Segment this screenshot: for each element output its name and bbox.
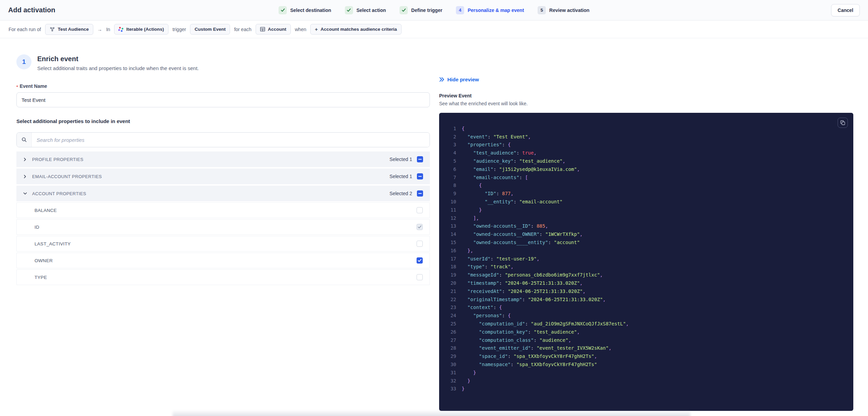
property-checkbox[interactable] [417, 274, 423, 280]
search-input[interactable] [32, 133, 430, 147]
line-number: 22 [439, 297, 456, 302]
group-header-email-account-properties[interactable]: EMAIL-ACCOUNT PROPERTIESSelected 1 [16, 169, 430, 184]
trigger-chip-test-audience[interactable]: Test Audience [45, 24, 93, 35]
code-text: "messageId": "personas_cb6zdbo6im9g7xxf7… [462, 272, 603, 278]
property-row-last-activity[interactable]: LAST_ACTIVITY [16, 236, 430, 252]
group-label: ACCOUNT PROPERTIES [32, 191, 86, 196]
code-line: 32 } [439, 377, 853, 385]
code-text: "timestamp": "2024-06-25T21:31:33.020Z", [462, 280, 583, 286]
property-row-owner[interactable]: OWNER [16, 253, 430, 268]
event-json-preview: 1{2 "event": "Test Event",3 "properties"… [439, 113, 853, 411]
line-number: 19 [439, 272, 456, 278]
event-name-input[interactable] [16, 92, 430, 107]
chevron-right-icon [23, 158, 32, 161]
code-line: 9 "ID": 877, [439, 189, 853, 198]
minus-mark [418, 176, 422, 177]
line-number: 21 [439, 288, 456, 294]
trigger-chip-account[interactable]: Account [256, 24, 291, 35]
page-title: Add activation [8, 6, 55, 14]
code-line: 17 "userId": "test-user-19", [439, 255, 853, 263]
code-text: "owned-accounts__ID": 885, [462, 223, 548, 229]
step-personalize-map-event[interactable]: 4Personalize & map event [456, 6, 524, 14]
group-checkbox[interactable] [417, 173, 423, 179]
selected-count: Selected 1 [390, 157, 412, 162]
line-number: 31 [439, 370, 456, 375]
code-line: 20 "timestamp": "2024-06-25T21:31:33.020… [439, 279, 853, 287]
step-select-action[interactable]: Select action [345, 6, 386, 14]
code-text: "ID": 877, [462, 191, 514, 196]
property-checkbox[interactable] [417, 207, 423, 213]
trigger-chip-account-matches-audience-criteria[interactable]: +Account matches audience criteria [310, 24, 401, 35]
code-text: { [462, 126, 464, 131]
copy-button[interactable] [838, 118, 848, 128]
cancel-button[interactable]: Cancel [831, 4, 860, 16]
code-line: 16 }, [439, 246, 853, 255]
code-line: 25 "computation_id": "aud_2iO9m2gSFmJNXC… [439, 320, 853, 328]
line-number: 24 [439, 313, 456, 318]
code-text: "test_audience": true, [462, 150, 537, 156]
trigger-chip-custom-event[interactable]: Custom Event [190, 24, 230, 35]
property-checkbox[interactable] [417, 224, 423, 230]
code-text: } [462, 386, 464, 391]
group-checkbox[interactable] [417, 190, 423, 197]
step-review-activation[interactable]: 5Review activation [538, 6, 589, 14]
app-header: Add activation Select destinationSelect … [0, 0, 868, 21]
code-text: "email": "j15i2ysedp@k1euxaIVia.com", [462, 166, 580, 172]
group-header-right: Selected 1 [390, 156, 423, 162]
line-number: 28 [439, 345, 456, 351]
code-line: 22 "originalTimestamp": "2024-06-25T21:3… [439, 295, 853, 304]
code-text: }, [462, 248, 473, 253]
line-number: 26 [439, 329, 456, 335]
group-header-right: Selected 1 [390, 173, 423, 179]
line-number: 18 [439, 264, 456, 269]
trigger-text: In [106, 27, 110, 32]
group-checkbox[interactable] [417, 156, 423, 162]
property-row-balance[interactable]: BALANCE [16, 202, 430, 218]
step-label: Select destination [290, 8, 331, 13]
line-number: 9 [439, 191, 456, 196]
event-name-label: •Event Name [16, 83, 430, 89]
step-label: Personalize & map event [467, 8, 524, 13]
property-search [16, 132, 430, 147]
property-row-id[interactable]: ID [16, 219, 430, 235]
property-row-type[interactable]: TYPE [16, 269, 430, 285]
line-number: 23 [439, 305, 456, 310]
line-number: 15 [439, 240, 456, 245]
trigger-text: for each [234, 27, 252, 32]
code-text: } [462, 207, 482, 213]
property-checkbox[interactable] [417, 241, 423, 247]
line-number: 17 [439, 256, 456, 261]
code-text: ], [462, 215, 479, 221]
code-text: "receivedAt": "2024-06-25T21:31:33.020Z"… [462, 288, 585, 294]
group-header-account-properties[interactable]: ACCOUNT PROPERTIESSelected 2 [16, 186, 430, 201]
step-define-trigger[interactable]: Define trigger [399, 6, 442, 14]
enrich-event-section: 1 Enrich event Select additional traits … [16, 54, 430, 285]
code-line: 8 { [439, 182, 853, 190]
trigger-chip-iterable-actions[interactable]: Iterable (Actions) [114, 24, 168, 35]
code-text: "computation_key": "test_audience", [462, 329, 580, 335]
group-header-right: Selected 2 [390, 190, 423, 197]
code-text: "audience_key": "test_audience", [462, 158, 565, 164]
line-number: 27 [439, 337, 456, 343]
trigger-chip-label: Account [268, 27, 286, 32]
step-select-destination[interactable]: Select destination [279, 6, 331, 14]
code-line: 23 "context": { [439, 304, 853, 312]
line-number: 13 [439, 223, 456, 229]
trigger-text: For each run of [9, 27, 41, 32]
group-label: PROFILE PROPERTIES [32, 157, 83, 162]
code-text: } [462, 370, 476, 375]
group-header-profile-properties[interactable]: PROFILE PROPERTIESSelected 1 [16, 151, 430, 167]
code-text: "originalTimestamp": "2024-06-25T21:31:3… [462, 297, 606, 302]
step-label: Review activation [549, 8, 589, 13]
line-number: 11 [439, 207, 456, 213]
line-number: 25 [439, 321, 456, 326]
plus-icon: + [315, 27, 318, 32]
trigger-text: when [295, 27, 306, 32]
trigger-chip-label: Test Audience [58, 27, 89, 32]
property-checkbox[interactable] [417, 257, 423, 264]
step-check-icon [345, 6, 353, 14]
iterable-icon [118, 26, 124, 32]
line-number: 32 [439, 378, 456, 384]
hide-preview-link[interactable]: Hide preview [439, 77, 853, 82]
trigger-text: trigger [173, 27, 186, 32]
